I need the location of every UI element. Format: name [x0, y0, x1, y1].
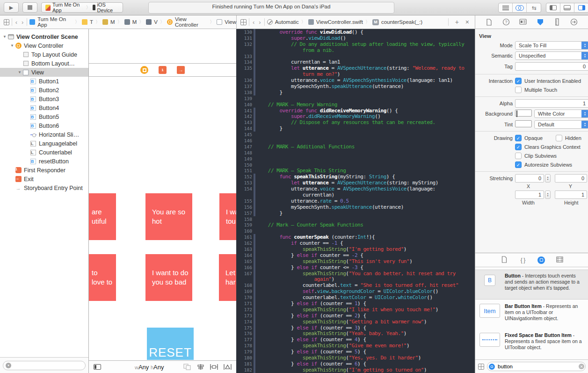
outline-item[interactable]: BButton1: [0, 77, 88, 86]
library-view-toggle-icon[interactable]: [478, 364, 484, 370]
outline-item[interactable]: →Exit: [0, 175, 88, 183]
canvas-button[interactable]: areutiful: [89, 193, 116, 240]
close-assistant-editor-button[interactable]: ×: [465, 18, 469, 26]
clip-subviews-checkbox[interactable]: [515, 153, 522, 159]
view-controller-dock-icon[interactable]: [140, 66, 148, 74]
add-assistant-editor-button[interactable]: +: [455, 18, 459, 26]
outline-item[interactable]: 1First Responder: [0, 166, 88, 175]
clears-graphics-context-checkbox[interactable]: ✓: [515, 144, 522, 150]
library-item[interactable]: Fixed Space Bar Button Item - Represents…: [475, 329, 588, 358]
background-popup[interactable]: White Color▲▼: [534, 110, 588, 118]
outline-item[interactable]: LCounterlabel: [0, 148, 88, 157]
stop-button[interactable]: [22, 2, 37, 13]
disclosure-triangle-icon[interactable]: ▼: [2, 35, 7, 39]
forward-button[interactable]: ›: [21, 19, 24, 26]
hidden-checkbox[interactable]: [556, 135, 562, 141]
outline-item[interactable]: BButton2: [0, 86, 88, 95]
breadcrumb[interactable]: View: [225, 19, 236, 25]
library-item[interactable]: BButton - Intercepts touch events and se…: [475, 270, 588, 300]
tint-popup[interactable]: Default▲▼: [534, 120, 588, 129]
outline-item[interactable]: Bottom Layout…: [0, 59, 88, 68]
tag-field[interactable]: 0: [515, 62, 588, 71]
multiple-touch-checkbox[interactable]: [515, 87, 522, 93]
canvas-button[interactable]: I watou: [219, 193, 236, 240]
source-code-editor[interactable]: 130 override func viewDidLoad() {131 sup…: [236, 29, 475, 373]
toggle-utilities-button[interactable]: [574, 3, 588, 12]
clear-search-icon[interactable]: ✕: [579, 364, 584, 369]
size-inspector-tab[interactable]: [552, 17, 562, 27]
disclosure-triangle-icon[interactable]: ▼: [17, 70, 22, 74]
stretching-y-field[interactable]: 0: [555, 174, 587, 183]
reset-canvas-button[interactable]: RESET: [147, 328, 194, 360]
back-button[interactable]: ‹: [252, 19, 255, 26]
related-items-icon[interactable]: [4, 19, 9, 25]
library-search-input[interactable]: [487, 362, 586, 371]
stepper-control[interactable]: ▲▼: [545, 174, 551, 183]
quick-help-inspector-tab[interactable]: ?: [501, 17, 511, 27]
toggle-document-outline-button[interactable]: [94, 364, 101, 370]
semantic-popup[interactable]: Unspecified▲▼: [515, 51, 588, 60]
outline-item[interactable]: ▼View: [0, 68, 88, 77]
exit-dock-icon[interactable]: →: [177, 66, 185, 74]
opaque-checkbox[interactable]: ✓: [515, 135, 522, 141]
toggle-navigator-button[interactable]: [546, 3, 560, 12]
outline-item[interactable]: Top Layout Guide: [0, 50, 88, 59]
stepper-control[interactable]: ▲▼: [545, 190, 551, 199]
stretching-height-field[interactable]: 1: [555, 190, 587, 199]
align-icon[interactable]: [197, 364, 204, 370]
user-interaction-checkbox[interactable]: ✓: [515, 78, 522, 84]
disclosure-triangle-icon[interactable]: ▼: [9, 44, 15, 48]
outline-item[interactable]: BresetButton: [0, 157, 88, 166]
breadcrumb[interactable]: M: [110, 19, 115, 25]
canvas-button[interactable]: Lethar: [219, 254, 236, 301]
first-responder-dock-icon[interactable]: 1: [159, 66, 167, 74]
breadcrumb[interactable]: ViewController.swift: [316, 19, 363, 25]
outline-filter-input[interactable]: [3, 361, 86, 370]
background-color-well[interactable]: [515, 110, 532, 117]
breadcrumb[interactable]: V: [154, 19, 158, 25]
identity-inspector-tab[interactable]: [518, 17, 528, 27]
media-library-tab[interactable]: [555, 256, 564, 264]
breadcrumb[interactable]: Automatic: [275, 19, 299, 25]
outline-item[interactable]: ▼View Controller: [0, 41, 88, 50]
connections-inspector-tab[interactable]: [569, 17, 579, 27]
run-button[interactable]: ▶: [4, 2, 19, 13]
pin-icon[interactable]: [210, 364, 218, 370]
outline-item[interactable]: BButton6: [0, 121, 88, 130]
toggle-debug-area-button[interactable]: [560, 3, 574, 12]
storyboard-canvas[interactable]: 1 → areutifulYou are sohotI watoutolove …: [89, 29, 236, 373]
stretching-x-field[interactable]: 0: [515, 174, 544, 183]
breadcrumb[interactable]: M: [132, 19, 137, 25]
scheme-selector[interactable]: Turn Me On App 〉 iOS Device: [41, 2, 123, 13]
breadcrumb[interactable]: counterSpeak(_:): [381, 19, 422, 25]
breadcrumb[interactable]: T: [90, 19, 93, 25]
mode-popup[interactable]: Scale To Fill▲▼: [515, 41, 588, 50]
standard-editor-button[interactable]: [499, 3, 513, 12]
code-snippet-library-tab[interactable]: { }: [519, 257, 527, 263]
outline-item[interactable]: ▼View Controller Scene: [0, 32, 88, 41]
breadcrumb[interactable]: View Controller: [175, 16, 207, 28]
autoresize-subviews-checkbox[interactable]: ✓: [515, 161, 522, 168]
tint-color-well[interactable]: [515, 120, 532, 127]
library-item[interactable]: ItemBar Button Item - Represents an item…: [475, 300, 588, 329]
stretching-width-field[interactable]: 1: [515, 190, 544, 199]
back-button[interactable]: ‹: [15, 19, 18, 26]
assistant-editor-button[interactable]: [513, 3, 527, 12]
alpha-field[interactable]: 1: [515, 99, 588, 108]
update-frames-icon[interactable]: [183, 364, 191, 370]
canvas-button[interactable]: You are sohot: [145, 193, 192, 240]
resolve-auto-layout-icon[interactable]: [224, 364, 232, 370]
related-items-icon[interactable]: [240, 19, 247, 25]
file-template-library-tab[interactable]: [500, 256, 508, 264]
breadcrumb[interactable]: Turn Me On App: [37, 16, 73, 28]
file-inspector-tab[interactable]: [485, 17, 494, 27]
outline-item[interactable]: BButton3: [0, 95, 88, 103]
outline-item[interactable]: BButton4: [0, 103, 88, 112]
outline-item[interactable]: BButton5: [0, 112, 88, 121]
outline-item[interactable]: LLanguagelabel: [0, 139, 88, 148]
outline-item[interactable]: →Storyboard Entry Point: [0, 183, 88, 192]
version-editor-button[interactable]: ⇆: [527, 3, 541, 12]
size-class-control[interactable]: wAny hAny: [135, 364, 164, 371]
canvas-button[interactable]: tolove to: [89, 254, 116, 301]
attributes-inspector-tab[interactable]: [536, 17, 545, 27]
